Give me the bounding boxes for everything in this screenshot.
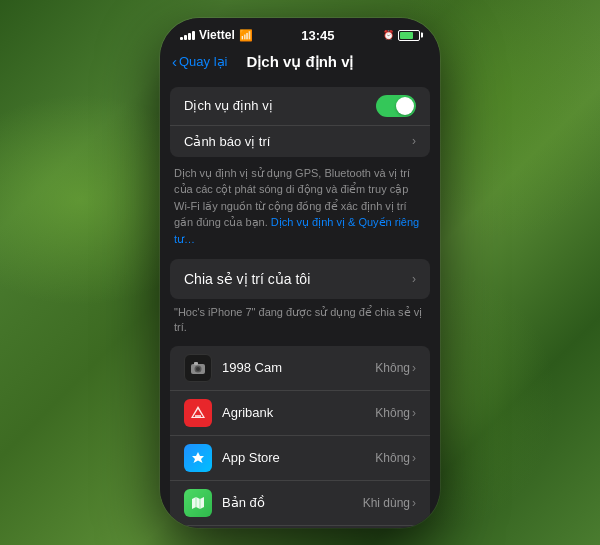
camera-vintage-icon <box>189 359 207 377</box>
list-item[interactable]: 1998 Cam Không › <box>170 346 430 391</box>
location-settings-list: Dịch vụ định vị Cảnh báo vị trí › <box>170 87 430 157</box>
list-item[interactable]: Camera Không › <box>170 526 430 528</box>
share-description: "Hoc's iPhone 7" đang được sử dụng để ch… <box>160 301 440 346</box>
content-area[interactable]: Dịch vụ định vị Cảnh báo vị trí › Dịch v… <box>160 79 440 528</box>
maps-icon <box>190 495 206 511</box>
signal-bar-3 <box>188 33 191 40</box>
app-status-appstore: Không › <box>375 451 416 465</box>
nav-title: Dịch vụ định vị <box>246 53 353 71</box>
app-name-appstore: App Store <box>222 450 365 465</box>
status-right: ⏰ <box>383 30 420 41</box>
app-name-maps: Bản đồ <box>222 495 353 510</box>
app-chevron-icon: › <box>412 406 416 420</box>
location-warning-chevron: › <box>412 134 416 148</box>
battery-icon <box>398 30 420 41</box>
status-left: Viettel 📶 <box>180 28 253 42</box>
app-status-1998cam: Không › <box>375 361 416 375</box>
svg-rect-3 <box>194 362 198 365</box>
toggle-knob <box>396 97 414 115</box>
list-item[interactable]: Agribank Không › <box>170 391 430 436</box>
share-section: Chia sẻ vị trí của tôi › <box>160 259 440 299</box>
location-service-label: Dịch vụ định vị <box>184 98 366 113</box>
app-status-agribank: Không › <box>375 406 416 420</box>
app-status-text: Không <box>375 451 410 465</box>
share-label: Chia sẻ vị trí của tôi <box>184 271 310 287</box>
nav-back-button[interactable]: ‹ Quay lại <box>172 53 227 70</box>
app-chevron-icon: › <box>412 361 416 375</box>
status-time: 13:45 <box>301 28 334 43</box>
app-name-agribank: Agribank <box>222 405 365 420</box>
app-section: 1998 Cam Không › Agriba <box>160 346 440 528</box>
list-item[interactable]: Bản đồ Khi dùng › <box>170 481 430 526</box>
share-description-text: "Hoc's iPhone 7" đang được sử dụng để ch… <box>174 306 422 333</box>
svg-rect-4 <box>195 415 201 417</box>
location-warning-row[interactable]: Cảnh báo vị trí › <box>170 126 430 157</box>
wifi-icon: 📶 <box>239 29 253 42</box>
battery-fill <box>400 32 414 39</box>
status-bar: Viettel 📶 13:45 ⏰ <box>160 18 440 47</box>
top-section: Dịch vụ định vị Cảnh báo vị trí › <box>160 79 440 157</box>
svg-point-2 <box>196 367 200 371</box>
signal-bars <box>180 30 195 40</box>
app-permissions-list: 1998 Cam Không › Agriba <box>170 346 430 528</box>
app-icon-agribank <box>184 399 212 427</box>
app-status-maps: Khi dùng › <box>363 496 416 510</box>
app-icon-maps <box>184 489 212 517</box>
share-location-row[interactable]: Chia sẻ vị trí của tôi › <box>170 259 430 299</box>
location-warning-label: Cảnh báo vị trí <box>184 134 402 149</box>
app-chevron-icon: › <box>412 451 416 465</box>
back-label: Quay lại <box>179 54 227 69</box>
appstore-icon <box>190 450 206 466</box>
carrier-label: Viettel <box>199 28 235 42</box>
share-chevron-icon: › <box>412 272 416 286</box>
app-status-text: Khi dùng <box>363 496 410 510</box>
app-icon-1998cam <box>184 354 212 382</box>
phone-frame: Viettel 📶 13:45 ⏰ ‹ Quay lại Dịch vụ địn… <box>160 18 440 528</box>
location-service-row[interactable]: Dịch vụ định vị <box>170 87 430 126</box>
agribank-icon <box>189 404 207 422</box>
alarm-icon: ⏰ <box>383 30 394 40</box>
app-chevron-icon: › <box>412 496 416 510</box>
location-description: Dịch vụ định vị sử dụng GPS, Bluetooth v… <box>160 157 440 260</box>
location-service-toggle[interactable] <box>376 95 416 117</box>
location-warning-right: › <box>412 134 416 148</box>
back-chevron-icon: ‹ <box>172 53 177 70</box>
signal-bar-1 <box>180 37 183 40</box>
app-name-1998cam: 1998 Cam <box>222 360 365 375</box>
signal-bar-2 <box>184 35 187 40</box>
app-icon-appstore <box>184 444 212 472</box>
nav-bar: ‹ Quay lại Dịch vụ định vị <box>160 47 440 79</box>
signal-bar-4 <box>192 31 195 40</box>
app-status-text: Không <box>375 361 410 375</box>
list-item[interactable]: App Store Không › <box>170 436 430 481</box>
app-status-text: Không <box>375 406 410 420</box>
